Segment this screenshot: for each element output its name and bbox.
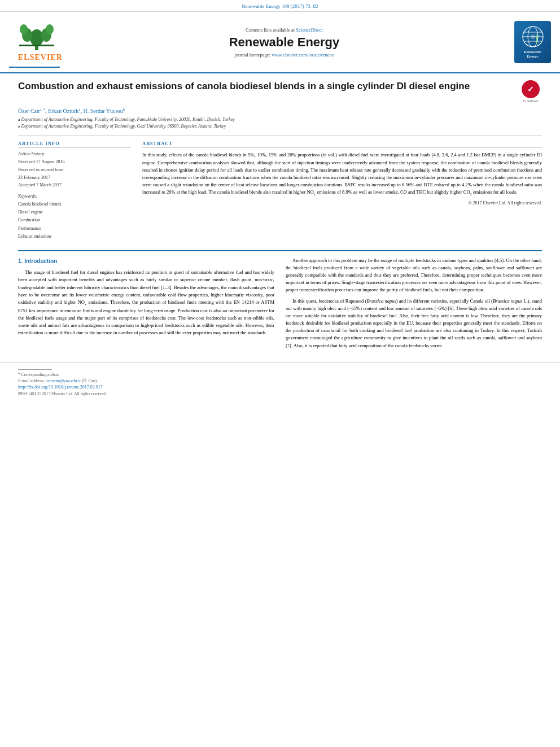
accepted-date: Accepted 7 March 2017 bbox=[18, 181, 131, 189]
abstract-section: ABSTRACT In this study, effects of the c… bbox=[142, 141, 542, 241]
journal-header: ELSEVIER Contents lists available at Sci… bbox=[0, 12, 560, 73]
keyword-3: Combustion bbox=[18, 216, 131, 224]
article-title-section: Combustion and exhaust emissions of cano… bbox=[18, 80, 542, 103]
keyword-5: Exhaust emissions bbox=[18, 233, 131, 241]
crossmark-area[interactable]: ✓ CrossMark bbox=[519, 80, 542, 103]
body-divider bbox=[18, 250, 542, 251]
journal-top-bar: Renewable Energy 109 (2017) 73–82 bbox=[0, 0, 560, 12]
body-paragraph-3: In this quest, feedstocks of Rapeseed (B… bbox=[286, 298, 542, 350]
svg-point-5 bbox=[46, 24, 54, 34]
author-1[interactable]: Özer Can bbox=[18, 108, 40, 114]
elsevier-wordmark: ELSEVIER bbox=[18, 53, 63, 62]
email-note: E-mail address: ozercam@pau.edu.tr (Ö. C… bbox=[18, 378, 542, 383]
article-content: Combustion and exhaust emissions of cano… bbox=[0, 73, 560, 362]
article-history-label: Article history: bbox=[18, 151, 131, 156]
corresponding-author-note: * Corresponding author. bbox=[18, 372, 542, 377]
elsevier-logo-area: ELSEVIER bbox=[9, 16, 60, 68]
journal-center-info: Contents lists available at ScienceDirec… bbox=[60, 27, 509, 58]
journal-title: Renewable Energy bbox=[60, 35, 509, 50]
affiliations: a Department of Automotive Engineering, … bbox=[18, 116, 542, 130]
homepage-url[interactable]: www.elsevier.com/locate/renene bbox=[272, 52, 334, 58]
author-2[interactable]: Erkan Öztürk bbox=[48, 108, 78, 114]
received-revised-date: 23 February 2017 bbox=[18, 174, 131, 182]
received-revised-label: Received in revised form bbox=[18, 166, 131, 174]
keyword-4: Performance bbox=[18, 225, 131, 233]
svg-point-1 bbox=[30, 29, 43, 46]
email-link[interactable]: ozercam@pau.edu.tr bbox=[46, 378, 81, 383]
issn-line: 0960-1481/© 2017 Elsevier Ltd. All right… bbox=[18, 391, 542, 396]
doi-link[interactable]: http://dx.doi.org/10.1016/j.renene.2017.… bbox=[18, 385, 103, 390]
sciencedirect-link[interactable]: ScienceDirect bbox=[296, 27, 323, 33]
body-columns: 1. Introduction The usage of biodiesel f… bbox=[18, 257, 542, 353]
journal-volume-info: Renewable Energy 109 (2017) 73–82 bbox=[242, 3, 318, 9]
re-logo-box: RenewableEnergy bbox=[514, 21, 551, 63]
svg-point-12 bbox=[531, 34, 535, 39]
article-title: Combustion and exhaust emissions of cano… bbox=[18, 80, 514, 93]
article-dates: Received 17 August 2016 Received in revi… bbox=[18, 158, 131, 189]
article-footer: * Corresponding author. E-mail address: … bbox=[0, 362, 560, 401]
body-paragraph-2: Another approach to this problem may be … bbox=[286, 257, 542, 294]
doi-line: http://dx.doi.org/10.1016/j.renene.2017.… bbox=[18, 385, 542, 390]
section-1-heading: 1. Introduction bbox=[18, 257, 274, 266]
keyword-1: Canola biodiesel blends bbox=[18, 200, 131, 208]
author-3[interactable]: H. Serdar Yücesu bbox=[83, 108, 123, 114]
elsevier-tree-icon bbox=[18, 21, 58, 52]
journal-homepage-line: journal homepage: www.elsevier.com/locat… bbox=[60, 52, 509, 58]
keyword-2: Diesel engine bbox=[18, 208, 131, 216]
article-info-abstract: ARTICLE INFO Article history: Received 1… bbox=[18, 141, 542, 241]
received-date: Received 17 August 2016 bbox=[18, 158, 131, 166]
body-column-1: 1. Introduction The usage of biodiesel f… bbox=[18, 257, 274, 353]
renewable-energy-logo: RenewableEnergy bbox=[509, 21, 551, 63]
section-divider-1 bbox=[18, 136, 542, 136]
article-info-panel: ARTICLE INFO Article history: Received 1… bbox=[18, 141, 131, 241]
body-column-2: Another approach to this problem may be … bbox=[286, 257, 542, 353]
re-logo-title: RenewableEnergy bbox=[524, 50, 541, 59]
affiliation-1: a Department of Automotive Engineering, … bbox=[18, 116, 542, 123]
abstract-title: ABSTRACT bbox=[142, 141, 542, 148]
copyright-line: © 2017 Elsevier Ltd. All rights reserved… bbox=[142, 200, 542, 206]
keywords-section: Keywords: Canola biodiesel blends Diesel… bbox=[18, 194, 131, 241]
footnote-separator bbox=[18, 369, 52, 370]
contents-available-line: Contents lists available at ScienceDirec… bbox=[60, 27, 509, 33]
affiliation-2: b Department of Automotive Engineering, … bbox=[18, 123, 542, 130]
svg-point-4 bbox=[20, 24, 28, 34]
svg-rect-6 bbox=[19, 45, 54, 46]
globe-icon bbox=[522, 25, 544, 48]
body-paragraph-1: The usage of biodiesel fuel for diesel e… bbox=[18, 269, 274, 337]
keywords-label: Keywords: bbox=[18, 194, 131, 199]
authors-line: Özer Cana, *, Erkan Öztürka, H. Serdar Y… bbox=[18, 107, 542, 114]
article-info-title: ARTICLE INFO bbox=[18, 141, 131, 148]
crossmark-icon[interactable]: ✓ bbox=[522, 80, 540, 98]
crossmark-label: CrossMark bbox=[523, 99, 539, 103]
abstract-text: In this study, effects of the canola bio… bbox=[142, 151, 542, 197]
